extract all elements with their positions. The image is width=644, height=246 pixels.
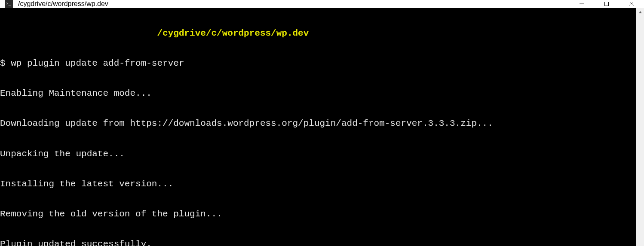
- svg-text:>_: >_: [6, 1, 11, 6]
- terminal-output-line: Unpacking the update...: [0, 149, 636, 159]
- command-text: wp plugin update add-from-server: [11, 58, 184, 68]
- terminal[interactable]: /cygdrive/c/wordpress/wp.dev $ wp plugin…: [0, 8, 636, 246]
- window-titlebar: >_ /cygdrive/c/wordpress/wp.dev: [0, 0, 644, 8]
- terminal-wrap: /cygdrive/c/wordpress/wp.dev $ wp plugin…: [0, 8, 644, 246]
- window-title: /cygdrive/c/wordpress/wp.dev: [18, 0, 569, 8]
- terminal-cwd-line: /cygdrive/c/wordpress/wp.dev: [0, 28, 636, 38]
- svg-rect-3: [605, 2, 609, 6]
- terminal-icon: >_: [5, 0, 13, 8]
- terminal-output-line: Installing the latest version...: [0, 179, 636, 189]
- vertical-scrollbar[interactable]: [636, 8, 644, 246]
- terminal-command-line: $ wp plugin update add-from-server: [0, 58, 636, 68]
- terminal-output-line: Removing the old version of the plugin..…: [0, 209, 636, 219]
- terminal-output-line: Downloading update from https://download…: [0, 118, 636, 128]
- maximize-button[interactable]: [594, 0, 619, 8]
- terminal-output-line: Plugin updated successfully.: [0, 239, 636, 246]
- window-controls: [569, 0, 644, 8]
- terminal-output-line: Enabling Maintenance mode...: [0, 88, 636, 98]
- close-button[interactable]: [619, 0, 644, 8]
- prompt-symbol: $: [0, 58, 6, 68]
- cwd-path: /cygdrive/c/wordpress/wp.dev: [157, 28, 309, 38]
- minimize-button[interactable]: [569, 0, 594, 8]
- scroll-up-arrow-icon[interactable]: [636, 8, 644, 16]
